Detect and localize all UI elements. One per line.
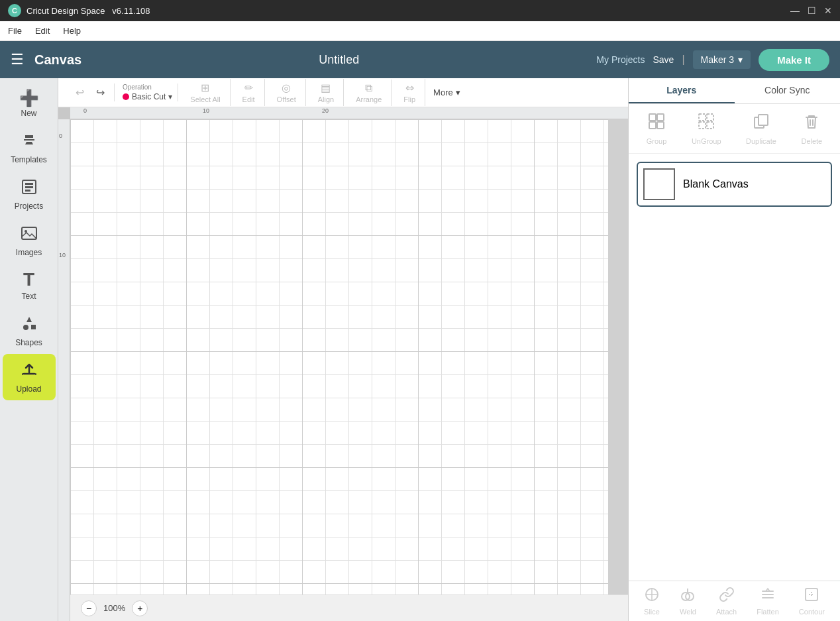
more-label: More bbox=[433, 87, 453, 97]
images-icon bbox=[20, 224, 38, 245]
sidebar-item-images-label: Images bbox=[16, 248, 42, 257]
svg-rect-14 bbox=[699, 122, 706, 129]
app-name-group: C Cricut Design Space v6.11.108 bbox=[8, 4, 150, 17]
offset-button[interactable]: ◎ Offset bbox=[273, 79, 300, 106]
cricut-logo: C bbox=[8, 4, 21, 17]
templates-icon bbox=[20, 131, 38, 152]
svg-rect-10 bbox=[649, 122, 656, 129]
ungroup-tool[interactable]: UnGroup bbox=[692, 112, 721, 145]
project-name[interactable]: Untitled bbox=[319, 53, 359, 67]
align-icon: ▤ bbox=[321, 82, 331, 94]
weld-tool[interactable]: Weld bbox=[680, 587, 696, 616]
zoom-in-button[interactable]: + bbox=[132, 600, 148, 616]
blank-canvas-label: Blank Canvas bbox=[683, 178, 749, 190]
panel-content: Blank Canvas bbox=[629, 154, 840, 581]
ungroup-icon bbox=[697, 112, 715, 135]
operation-value-text: Basic Cut bbox=[132, 92, 166, 101]
sidebar-item-templates[interactable]: Templates bbox=[3, 125, 56, 171]
svg-rect-8 bbox=[649, 114, 656, 121]
svg-rect-13 bbox=[707, 114, 713, 121]
contour-tool[interactable]: Contour bbox=[799, 587, 825, 616]
slice-tool[interactable]: Slice bbox=[644, 587, 660, 616]
main-layout: ➕ New Templates Projects bbox=[0, 78, 840, 621]
ruler-h-tick-10: 10 bbox=[203, 107, 209, 114]
sidebar-item-projects-label: Projects bbox=[15, 201, 43, 211]
upload-icon bbox=[20, 361, 38, 382]
slice-label: Slice bbox=[644, 608, 660, 616]
flip-label: Flip bbox=[403, 95, 415, 103]
panel-bottom-tools: Slice Weld bbox=[629, 581, 840, 621]
sidebar: ➕ New Templates Projects bbox=[0, 78, 58, 621]
sidebar-item-projects[interactable]: Projects bbox=[3, 171, 56, 217]
panel-tabs: Layers Color Sync bbox=[629, 78, 840, 104]
redo-button[interactable]: ↪ bbox=[92, 84, 109, 101]
make-it-button[interactable]: Make It bbox=[759, 49, 829, 71]
save-button[interactable]: Save bbox=[653, 54, 674, 65]
sidebar-item-images[interactable]: Images bbox=[3, 217, 56, 264]
delete-tool[interactable]: Delete bbox=[801, 112, 822, 145]
flatten-tool[interactable]: Flatten bbox=[757, 587, 779, 616]
operation-dropdown[interactable]: Operation Basic Cut ▾ bbox=[123, 84, 172, 101]
contour-label: Contour bbox=[799, 608, 825, 616]
my-projects-button[interactable]: My Projects bbox=[596, 54, 645, 65]
arrange-button[interactable]: ⧉ Arrange bbox=[352, 80, 386, 106]
flip-group: ⇔ Flip bbox=[394, 79, 425, 106]
sidebar-item-shapes[interactable]: Shapes bbox=[3, 308, 56, 354]
canvas-gray-area bbox=[608, 119, 628, 594]
maximize-button[interactable]: ☐ bbox=[808, 5, 816, 16]
more-button[interactable]: More ▾ bbox=[428, 85, 466, 100]
svg-rect-2 bbox=[25, 186, 33, 188]
canvas-container: 0 10 20 0 10 − 100% + bbox=[58, 107, 628, 621]
select-all-button[interactable]: ⊞ Select All bbox=[186, 79, 224, 106]
duplicate-tool[interactable]: Duplicate bbox=[746, 112, 776, 145]
menu-file[interactable]: File bbox=[8, 26, 22, 36]
arrange-label: Arrange bbox=[356, 95, 382, 103]
sidebar-item-upload-label: Upload bbox=[16, 384, 41, 394]
header-separator: | bbox=[682, 54, 684, 66]
svg-rect-15 bbox=[707, 122, 713, 129]
ruler-h-tick-0: 0 bbox=[83, 107, 87, 114]
group-tool[interactable]: Group bbox=[647, 112, 667, 145]
offset-label: Offset bbox=[277, 95, 296, 103]
align-button[interactable]: ▤ Align bbox=[314, 79, 338, 106]
sidebar-item-upload[interactable]: Upload bbox=[3, 354, 56, 400]
arrange-group: ⧉ Arrange bbox=[346, 80, 392, 106]
blank-canvas-item[interactable]: Blank Canvas bbox=[637, 162, 832, 207]
edit-icon: ✏ bbox=[244, 82, 253, 94]
menu-help[interactable]: Help bbox=[63, 26, 81, 36]
minimize-button[interactable]: — bbox=[790, 5, 800, 16]
attach-tool[interactable]: Attach bbox=[716, 587, 737, 616]
align-label: Align bbox=[318, 95, 334, 103]
offset-icon: ◎ bbox=[282, 82, 291, 94]
zoom-out-button[interactable]: − bbox=[81, 600, 97, 616]
sidebar-item-new[interactable]: ➕ New bbox=[3, 84, 56, 125]
sidebar-item-text[interactable]: T Text bbox=[3, 264, 56, 308]
undo-button[interactable]: ↩ bbox=[72, 84, 88, 101]
blank-canvas-thumbnail bbox=[643, 168, 675, 200]
flip-button[interactable]: ⇔ Flip bbox=[399, 79, 419, 106]
delete-icon bbox=[802, 112, 821, 135]
ruler-horizontal: 0 10 20 bbox=[70, 107, 628, 119]
tab-color-sync[interactable]: Color Sync bbox=[735, 78, 841, 103]
redo-icon: ↪ bbox=[96, 86, 105, 99]
ruler-h-tick-20: 20 bbox=[322, 107, 329, 114]
svg-rect-17 bbox=[759, 115, 768, 125]
group-icon bbox=[647, 112, 666, 135]
close-button[interactable]: ✕ bbox=[824, 5, 832, 16]
svg-rect-11 bbox=[657, 122, 664, 129]
duplicate-label: Duplicate bbox=[746, 137, 776, 145]
hamburger-menu-button[interactable]: ☰ bbox=[11, 51, 24, 68]
design-canvas[interactable] bbox=[70, 119, 628, 594]
weld-label: Weld bbox=[680, 608, 696, 616]
machine-selector[interactable]: Maker 3 ▾ bbox=[693, 50, 751, 69]
edit-button[interactable]: ✏ Edit bbox=[238, 79, 259, 106]
select-all-label: Select All bbox=[190, 95, 220, 103]
group-label: Group bbox=[647, 137, 667, 145]
menu-bar: File Edit Help bbox=[0, 21, 840, 41]
menu-edit[interactable]: Edit bbox=[35, 26, 50, 36]
new-icon: ➕ bbox=[19, 90, 39, 106]
tab-layers[interactable]: Layers bbox=[629, 78, 735, 103]
flip-icon: ⇔ bbox=[405, 82, 414, 94]
operation-label: Operation bbox=[123, 84, 172, 91]
machine-dropdown-icon: ▾ bbox=[738, 54, 743, 65]
